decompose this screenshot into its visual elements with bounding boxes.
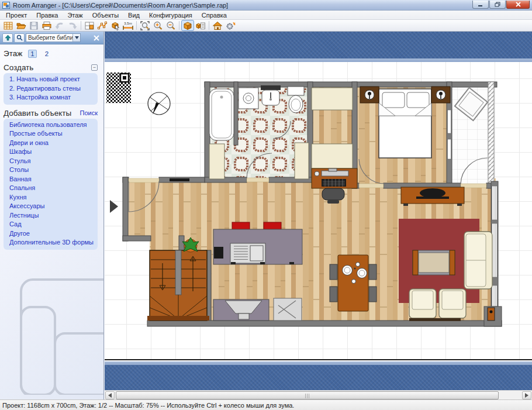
measure-button[interactable]: 3,5m <box>122 20 134 31</box>
open-button[interactable] <box>15 20 27 31</box>
edit-points-button[interactable] <box>96 20 109 31</box>
lib-item-tables[interactable]: Столы <box>9 166 94 175</box>
nightstand-left[interactable] <box>360 87 379 103</box>
move-object-button[interactable] <box>109 20 122 31</box>
lib-item-stairs[interactable]: Лестницы <box>9 211 94 220</box>
dining-chair[interactable] <box>369 287 376 302</box>
create-item-edit-walls[interactable]: 2. Редактировать стены <box>9 84 94 94</box>
print-button[interactable] <box>40 20 53 31</box>
scroll-right-arrow[interactable] <box>522 391 531 399</box>
floor-lamp[interactable] <box>488 308 495 321</box>
scroll-left-arrow[interactable] <box>105 391 115 399</box>
nightstand-right[interactable] <box>431 87 450 103</box>
house-3d-icon <box>212 20 223 31</box>
armchair[interactable] <box>439 289 466 318</box>
undo-icon <box>54 20 65 31</box>
menu-objects[interactable]: Объекты <box>88 11 123 19</box>
wardrobe-top[interactable] <box>312 88 353 110</box>
restore-button[interactable] <box>489 1 506 9</box>
create-item-new-project[interactable]: 1. Начать новый проект <box>9 75 94 84</box>
coffee-table[interactable] <box>413 250 455 275</box>
dining-chair[interactable] <box>330 287 337 302</box>
dining-chair[interactable] <box>330 264 337 280</box>
zoom-in-button[interactable] <box>151 20 164 31</box>
redo-button[interactable] <box>66 20 79 31</box>
lib-item-simple-objects[interactable]: Простые объекты <box>9 129 94 139</box>
library-home-button[interactable] <box>2 33 13 43</box>
zoom-out-button[interactable] <box>164 20 177 31</box>
house-3d-button[interactable] <box>211 20 224 31</box>
window-top-wall <box>170 178 189 181</box>
bathroom-cabinet-left[interactable] <box>209 144 224 179</box>
canvas-margin-top <box>105 32 532 58</box>
bathroom-sink[interactable] <box>261 85 281 105</box>
lib-item-other[interactable]: Другое <box>9 229 94 239</box>
library-search-button[interactable] <box>14 33 25 43</box>
menu-help[interactable]: Справка <box>197 11 232 19</box>
sidebar-close-button[interactable] <box>92 33 101 43</box>
save-button[interactable] <box>27 20 40 31</box>
tv-cabinet[interactable] <box>401 187 464 206</box>
floor-plan[interactable] <box>105 62 532 360</box>
toilet[interactable] <box>288 87 304 113</box>
lib-item-additional-3d[interactable]: Дополнительные 3D формы <box>9 238 94 247</box>
balcony-railing <box>488 82 494 188</box>
configuration-button[interactable] <box>224 20 237 31</box>
sofa[interactable] <box>464 232 492 289</box>
bathroom-cabinet-right[interactable] <box>295 143 309 179</box>
object-list-button[interactable] <box>194 20 207 31</box>
lib-item-bathroom[interactable]: Ванная <box>9 175 94 184</box>
collapse-icon[interactable]: − <box>91 64 98 71</box>
double-bed[interactable] <box>379 89 431 158</box>
lib-item-wardrobes[interactable]: Шкафы <box>9 147 94 157</box>
status-text: Проект: 1168cm x 700cm, Этаж: 1/2 -- Мас… <box>2 402 294 409</box>
undo-button[interactable] <box>53 20 66 31</box>
lib-item-bedroom[interactable]: Спальня <box>9 184 94 193</box>
floor-1-button[interactable]: 1 <box>28 50 36 58</box>
app-icon <box>2 2 10 9</box>
sidebar-header: Выберите библиотеку... <box>0 32 103 44</box>
lib-item-doors-windows[interactable]: Двери и окна <box>9 139 94 148</box>
search-icon <box>16 35 23 41</box>
armchair[interactable] <box>409 289 436 318</box>
library-dropdown[interactable]: Выберите библиотеку... <box>26 33 81 42</box>
library-sidebar: Выберите библиотеку... Этаж 1 2 Создать … <box>0 32 104 399</box>
close-icon <box>516 2 521 7</box>
view-3d-button[interactable] <box>181 20 194 31</box>
lib-item-kitchen[interactable]: Кухня <box>9 193 94 202</box>
new-project-icon <box>3 20 13 31</box>
menu-project[interactable]: Проект <box>1 11 32 19</box>
close-button[interactable] <box>506 1 530 9</box>
drawing-area[interactable] <box>105 62 532 360</box>
floor-2-button[interactable]: 2 <box>43 50 51 58</box>
plan-canvas[interactable] <box>105 32 532 399</box>
coffee-machine[interactable] <box>214 247 223 259</box>
toolbar-separator <box>209 21 209 30</box>
menu-edit[interactable]: Правка <box>32 11 63 19</box>
scrollbar-thumb[interactable] <box>116 391 499 399</box>
menu-configuration[interactable]: Конфигурация <box>144 11 197 19</box>
design-walls-icon <box>84 20 95 31</box>
search-link[interactable]: Поиск <box>80 109 98 116</box>
staircase[interactable] <box>147 250 209 321</box>
bathtub[interactable] <box>209 89 234 140</box>
minimize-button[interactable] <box>472 1 489 9</box>
dishwasher[interactable] <box>274 298 302 321</box>
wardrobe-middle[interactable] <box>312 144 353 168</box>
desk[interactable] <box>312 168 357 188</box>
lib-item-accessories[interactable]: Аксессуары <box>9 202 94 211</box>
menu-floor[interactable]: Этаж <box>63 11 87 19</box>
horizontal-scrollbar[interactable] <box>105 390 532 399</box>
dining-chair[interactable] <box>369 264 376 280</box>
measure-icon: 3,5m <box>122 20 134 31</box>
design-walls-button[interactable] <box>83 20 96 31</box>
menu-view[interactable]: Вид <box>123 11 144 19</box>
zoom-fit-button[interactable] <box>139 20 151 31</box>
new-project-button[interactable] <box>2 20 15 31</box>
lib-item-chairs[interactable]: Стулья <box>9 157 94 166</box>
kitchen-counter-sink[interactable] <box>213 299 269 321</box>
lib-item-user-library[interactable]: Библиотека пользователя <box>9 120 94 130</box>
washing-machine[interactable] <box>239 88 258 109</box>
lib-item-garden[interactable]: Сад <box>9 220 94 229</box>
create-item-room-setup[interactable]: 3. Настройка комнат <box>9 93 94 102</box>
